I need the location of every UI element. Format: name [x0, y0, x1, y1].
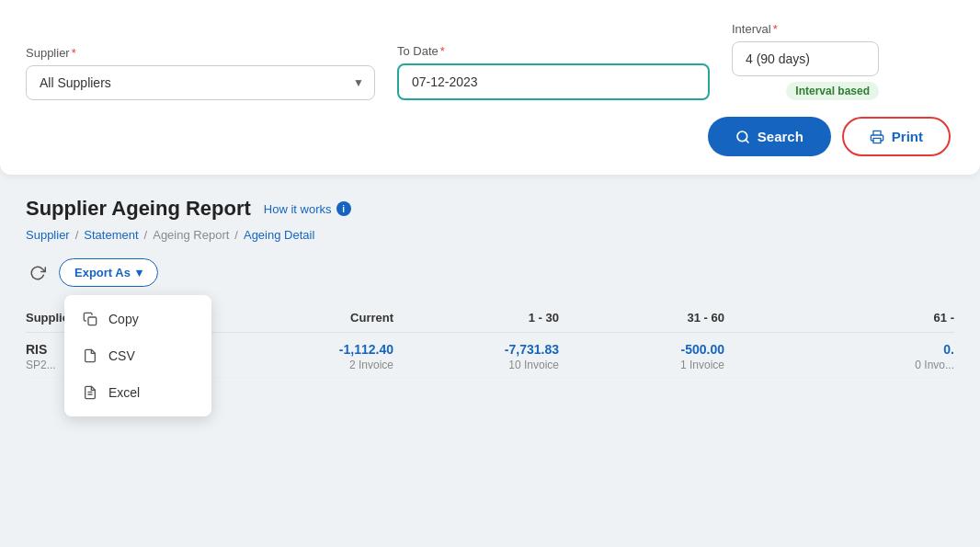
export-label: Export As [74, 266, 131, 279]
top-panel: Supplier* All Suppliers ▼ To Date* Inter… [0, 0, 980, 175]
range2-amount: -500.00 [577, 342, 724, 357]
breadcrumb: Supplier / Statement / Ageing Report / A… [26, 228, 954, 242]
dropdown-copy-label: Copy [108, 312, 139, 326]
filter-row: Supplier* All Suppliers ▼ To Date* Inter… [26, 22, 954, 100]
to-date-group: To Date* [397, 44, 710, 100]
col-header-31-60: 31 - 60 [577, 311, 743, 325]
supplier-select[interactable]: All Suppliers [26, 65, 375, 100]
refresh-button[interactable] [26, 261, 50, 285]
excel-icon [81, 383, 99, 402]
range1-sub: 10 Invoice [412, 359, 559, 371]
svg-rect-2 [873, 138, 881, 142]
breadcrumb-sep-3: / [234, 228, 238, 242]
breadcrumb-ageing-detail[interactable]: Ageing Detail [244, 228, 314, 242]
supplier-group: Supplier* All Suppliers ▼ [26, 46, 375, 100]
dropdown-excel[interactable]: Excel [64, 374, 211, 411]
range2-sub: 1 Invoice [577, 359, 724, 371]
refresh-icon [29, 265, 46, 281]
breadcrumb-sep-2: / [144, 228, 148, 242]
report-title: Supplier Ageing Report [26, 197, 251, 221]
export-button[interactable]: Export As ▾ [59, 258, 158, 287]
range3-sub: 0 Invo... [743, 359, 954, 371]
content-area: Supplier Ageing Report How it works i Su… [0, 175, 980, 378]
breadcrumb-statement[interactable]: Statement [84, 228, 138, 242]
breadcrumb-ageing-report: Ageing Report [153, 228, 229, 242]
current-cell: -1,112.40 2 Invoice [228, 342, 412, 371]
current-sub: 2 Invoice [228, 359, 393, 371]
action-row: Search Print [26, 117, 954, 156]
csv-icon [81, 347, 99, 365]
search-icon [735, 130, 750, 144]
supplier-label: Supplier* [26, 46, 375, 60]
breadcrumb-supplier[interactable]: Supplier [26, 228, 70, 242]
col-header-current: Current [228, 311, 412, 325]
export-chevron-icon: ▾ [136, 266, 142, 279]
to-date-label: To Date* [397, 44, 710, 58]
range2-cell: -500.00 1 Invoice [577, 342, 743, 371]
to-date-input[interactable] [397, 63, 710, 100]
interval-display: 4 (90 days) [732, 41, 879, 76]
how-it-works-link[interactable]: How it works i [264, 201, 351, 216]
print-label: Print [892, 129, 923, 144]
svg-rect-3 [88, 317, 97, 325]
print-button[interactable]: Print [842, 117, 951, 156]
export-dropdown: Copy CSV Excel [64, 295, 211, 416]
info-icon: i [336, 201, 351, 216]
range1-cell: -7,731.83 10 Invoice [412, 342, 577, 371]
col-header-61: 61 - [743, 311, 954, 325]
range1-amount: -7,731.83 [412, 342, 559, 357]
dropdown-excel-label: Excel [108, 385, 140, 400]
supplier-select-wrapper: All Suppliers ▼ [26, 65, 375, 100]
breadcrumb-sep-1: / [75, 228, 79, 242]
range3-cell: 0. 0 Invo... [743, 342, 954, 371]
copy-icon [81, 310, 99, 328]
report-title-row: Supplier Ageing Report How it works i [26, 197, 954, 221]
range3-amount: 0. [743, 342, 954, 357]
interval-label: Interval* [732, 22, 879, 36]
interval-group: Interval* 4 (90 days) Interval based [732, 22, 879, 100]
col-header-1-30: 1 - 30 [412, 311, 577, 325]
printer-icon [870, 130, 884, 144]
dropdown-csv-label: CSV [108, 348, 135, 363]
interval-badge: Interval based [786, 82, 879, 100]
search-label: Search [758, 129, 803, 144]
search-button[interactable]: Search [708, 117, 831, 156]
current-amount: -1,112.40 [228, 342, 393, 357]
dropdown-copy[interactable]: Copy [64, 301, 211, 337]
toolbar-row: Export As ▾ Copy CSV [26, 258, 954, 287]
dropdown-csv[interactable]: CSV [64, 337, 211, 374]
svg-line-1 [746, 140, 748, 142]
